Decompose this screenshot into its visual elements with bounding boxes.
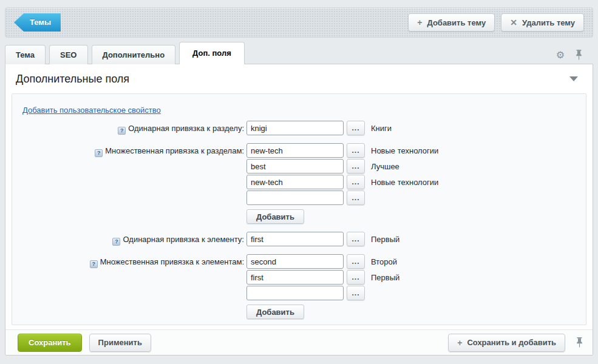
add-value-button[interactable]: Добавить [246,305,304,319]
save-and-add-button[interactable]: + Сохранить и добавить [448,334,565,352]
plus-icon: + [457,339,462,347]
field-row-section-single: ?Одинарная привязка к разделу: ... Книги [12,121,586,135]
section-header: Дополнительные поля [5,64,593,93]
bound-item-name: Книги [371,124,392,133]
field-label: ?Одинарная привязка к разделу: [12,121,244,135]
back-button-label: Темы [30,18,51,27]
tab-bar-icons: ⚙ [556,50,593,60]
hint-icon[interactable]: ? [112,238,120,246]
apply-button[interactable]: Применить [89,334,151,352]
add-value-button[interactable]: Добавить [246,209,304,224]
input-group: ... Первый [246,232,399,246]
bound-item-name: Новые технологии [371,178,438,187]
delete-theme-label: Удалить тему [522,18,575,27]
add-theme-button[interactable]: + Добавить тему [408,13,495,32]
toolbar-actions: + Добавить тему ✕ Удалить тему [408,13,584,32]
field-row-element-single: ?Одинарная привязка к элементу: ... Перв… [12,232,586,246]
input-group: ... Новые технологии [246,143,438,158]
field-label-text: Множественная привязка к элементам: [100,257,244,266]
input-group: ... Новые технологии [246,175,438,189]
hint-icon[interactable]: ? [95,149,103,157]
input-group: ... Лучшее [246,159,438,174]
section-binding-input[interactable] [246,159,344,174]
browse-button[interactable]: ... [347,270,365,285]
bound-item-name: Новые технологии [371,146,438,155]
field-control: ... Новые технологии ... Лучшее ... Новы… [246,143,438,224]
tab-dop-polya[interactable]: Доп. поля [179,42,245,64]
input-group: ... Второй [246,254,399,269]
top-toolbar: Темы + Добавить тему ✕ Удалить тему [5,7,593,38]
gear-icon[interactable]: ⚙ [556,50,565,60]
field-control: ... Первый [246,232,399,246]
field-control: ... Книги [246,121,392,135]
hint-icon[interactable]: ? [90,260,98,268]
x-icon: ✕ [510,18,517,27]
bound-item-name: Первый [371,235,399,244]
browse-button[interactable]: ... [347,190,365,205]
pin-icon[interactable] [576,50,582,60]
browse-button[interactable]: ... [347,286,365,300]
browse-button[interactable]: ... [347,175,365,189]
browse-button[interactable]: ... [347,159,365,174]
browse-button[interactable]: ... [347,232,365,246]
tab-dopolnitelno[interactable]: Дополнительно [92,45,176,64]
plus-icon: + [417,18,422,27]
section-binding-input[interactable] [246,190,344,205]
section-title: Дополнительные поля [16,73,129,86]
input-group: ... [246,190,438,205]
field-row-section-multiple: ?Множественная привязка к разделам: ... … [12,143,586,224]
add-property-link[interactable]: Добавить пользовательское свойство [22,106,161,115]
field-label-text: Одинарная привязка к элементу: [123,235,244,244]
element-binding-input[interactable] [246,254,344,269]
add-theme-label: Добавить тему [427,18,486,27]
section-binding-input[interactable] [246,143,344,158]
bound-item-name: Первый [371,273,399,282]
section-binding-input[interactable] [246,121,344,135]
field-label: ?Множественная привязка к разделам: [12,143,244,224]
browse-button[interactable]: ... [347,143,365,158]
field-label-text: Одинарная привязка к разделу: [128,124,244,133]
bound-item-name: Второй [371,257,397,266]
field-label: ?Множественная привязка к элементам: [12,254,244,319]
back-button-themes[interactable]: Темы [14,13,61,32]
tab-seo[interactable]: SEO [49,45,87,64]
tab-bar: Тема SEO Дополнительно Доп. поля ⚙ [5,42,593,64]
save-and-add-label: Сохранить и добавить [467,338,556,347]
browse-button[interactable]: ... [347,254,365,269]
element-binding-input[interactable] [246,286,344,300]
input-group: ... Книги [246,121,392,135]
tab-tema[interactable]: Тема [5,45,46,64]
input-group: ... Первый [246,270,399,285]
pin-icon[interactable] [576,337,583,348]
content-panel: Дополнительные поля Добавить пользовател… [5,64,593,356]
save-button[interactable]: Сохранить [18,334,82,352]
custom-fields-box: Добавить пользовательское свойство ?Один… [12,93,586,325]
bound-item-name: Лучшее [371,162,399,171]
bottom-toolbar: Сохранить Применить + Сохранить и добави… [5,329,593,355]
field-label: ?Одинарная привязка к элементу: [12,232,244,246]
element-binding-input[interactable] [246,232,344,246]
collapse-arrow-icon[interactable] [569,76,578,81]
input-group: ... [246,286,399,300]
field-row-element-multiple: ?Множественная привязка к элементам: ...… [12,254,586,319]
hint-icon[interactable]: ? [118,127,126,135]
delete-theme-button[interactable]: ✕ Удалить тему [501,13,584,32]
section-binding-input[interactable] [246,175,344,189]
footer-right-actions: + Сохранить и добавить [448,334,583,352]
element-binding-input[interactable] [246,270,344,285]
browse-button[interactable]: ... [347,121,365,135]
field-label-text: Множественная привязка к разделам: [105,146,244,155]
field-control: ... Второй ... Первый ... Добавить [246,254,399,319]
